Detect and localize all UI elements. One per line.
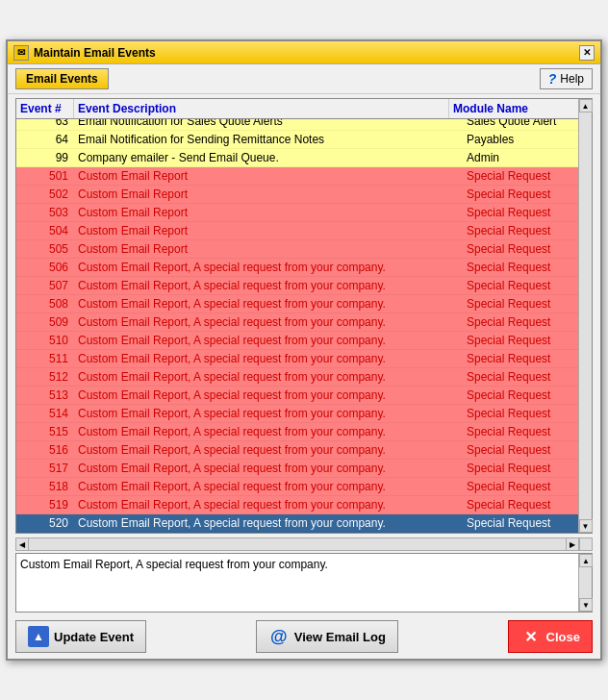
description-area: Custom Email Report, A special request f… <box>15 553 593 612</box>
cell-module: Payables <box>463 131 578 149</box>
cell-module: Admin <box>463 149 578 167</box>
view-email-log-button[interactable]: @ View Email Log <box>256 620 398 653</box>
table-row[interactable]: 63 Email Notification for Sales Quote Al… <box>16 119 578 131</box>
email-events-tab[interactable]: Email Events <box>15 68 109 89</box>
table-body[interactable]: 60 Email Copy of Material PO Receiver Re… <box>16 119 578 533</box>
title-bar: ✉ Maintain Email Events ✕ <box>8 41 600 64</box>
main-window: ✉ Maintain Email Events ✕ Email Events ?… <box>6 39 602 661</box>
table-row[interactable]: 64 Email Notification for Sending Remitt… <box>16 131 578 149</box>
table-row[interactable]: 99 Company emailer - Send Email Queue. A… <box>16 149 578 167</box>
table-row[interactable]: 512 Custom Email Report, A special reque… <box>16 368 578 387</box>
table-row[interactable]: 518 Custom Email Report, A special reque… <box>16 478 578 496</box>
bottom-bar: ▲ Update Event @ View Email Log ✕ Close <box>8 614 600 659</box>
table-row[interactable]: 511 Custom Email Report, A special reque… <box>16 350 578 368</box>
cell-module: Special Request <box>463 259 578 277</box>
table-row[interactable]: 517 Custom Email Report, A special reque… <box>16 460 578 478</box>
scroll-track[interactable] <box>579 112 592 519</box>
window-icon: ✉ <box>13 45 29 61</box>
close-label: Close <box>546 630 580 644</box>
cell-module: Sales Quote Alert <box>463 119 578 131</box>
col-module-name: Module Name <box>449 99 565 118</box>
horiz-track[interactable] <box>29 538 566 551</box>
cell-module: Special Request <box>463 222 578 240</box>
table-row-selected[interactable]: 520 Custom Email Report, A special reque… <box>16 514 578 533</box>
cell-event-num: 505 <box>16 240 74 259</box>
table-row[interactable]: 508 Custom Email Report, A special reque… <box>16 295 578 313</box>
close-icon: ✕ <box>520 626 542 647</box>
cell-event-num: 507 <box>16 277 74 295</box>
help-button[interactable]: ? Help <box>540 68 593 89</box>
cell-module: Special Request <box>463 186 578 204</box>
table-row[interactable]: 506 Custom Email Report, A special reque… <box>16 259 578 277</box>
help-icon: ? <box>548 71 557 87</box>
cell-module: Special Request <box>463 313 578 332</box>
cell-description: Custom Email Report <box>74 167 463 186</box>
cell-description: Email Notification for Sending Remittanc… <box>74 131 463 149</box>
cell-event-num: 504 <box>16 222 74 240</box>
cell-description: Custom Email Report, A special request f… <box>74 460 463 478</box>
table-row[interactable]: 501 Custom Email Report Special Request <box>16 167 578 186</box>
close-button[interactable]: ✕ Close <box>508 620 593 653</box>
title-bar-left: ✉ Maintain Email Events <box>13 45 156 61</box>
desc-scroll-down[interactable]: ▼ <box>579 598 593 612</box>
events-table-container: Event # Event Description Module Name 60… <box>15 98 593 534</box>
cell-module: Special Request <box>463 332 578 350</box>
cell-description: Email Notification for Sales Quote Alert… <box>74 119 463 131</box>
table-row[interactable]: 503 Custom Email Report Special Request <box>16 204 578 222</box>
table-row[interactable]: 519 Custom Email Report, A special reque… <box>16 496 578 514</box>
cell-event-num: 517 <box>16 460 74 478</box>
table-row[interactable]: 509 Custom Email Report, A special reque… <box>16 313 578 332</box>
cell-description: Custom Email Report, A special request f… <box>74 478 463 496</box>
cell-event-num: 513 <box>16 387 74 405</box>
cell-module: Special Request <box>463 277 578 295</box>
cell-event-num: 516 <box>16 441 74 460</box>
cell-description: Custom Email Report, A special request f… <box>74 496 463 514</box>
cell-description: Custom Email Report <box>74 204 463 222</box>
cell-module: Special Request <box>463 460 578 478</box>
table-row[interactable]: 510 Custom Email Report, A special reque… <box>16 332 578 350</box>
table-row[interactable]: 515 Custom Email Report, A special reque… <box>16 423 578 441</box>
toolbar: Email Events ? Help <box>8 64 600 94</box>
cell-module: Special Request <box>463 496 578 514</box>
table-row[interactable]: 504 Custom Email Report Special Request <box>16 222 578 240</box>
cell-module: Special Request <box>463 368 578 387</box>
horizontal-scrollbar[interactable]: ◀ ▶ <box>15 538 593 551</box>
scroll-up-arrow[interactable]: ▲ <box>579 99 593 112</box>
vertical-scrollbar[interactable]: ▲ ▼ <box>578 99 592 533</box>
update-event-label: Update Event <box>54 630 134 644</box>
window-close-button[interactable]: ✕ <box>579 45 595 61</box>
cell-description: Custom Email Report <box>74 240 463 259</box>
cell-description: Custom Email Report, A special request f… <box>74 441 463 460</box>
view-email-log-icon: @ <box>268 626 290 647</box>
cell-event-num: 518 <box>16 478 74 496</box>
cell-event-num: 512 <box>16 368 74 387</box>
cell-event-num: 64 <box>16 131 74 149</box>
table-row[interactable]: 514 Custom Email Report, A special reque… <box>16 405 578 423</box>
table-row[interactable]: 502 Custom Email Report Special Request <box>16 186 578 204</box>
desc-scroll-track[interactable] <box>579 567 592 598</box>
table-row[interactable]: 513 Custom Email Report, A special reque… <box>16 387 578 405</box>
cell-event-num: 511 <box>16 350 74 368</box>
table-row[interactable]: 507 Custom Email Report, A special reque… <box>16 277 578 295</box>
cell-description: Custom Email Report, A special request f… <box>74 259 463 277</box>
cell-module: Special Request <box>463 441 578 460</box>
scroll-right-arrow[interactable]: ▶ <box>566 538 579 551</box>
table-row[interactable]: 505 Custom Email Report Special Request <box>16 240 578 259</box>
cell-module: Special Request <box>463 240 578 259</box>
desc-scrollbar[interactable]: ▲ ▼ <box>578 554 592 612</box>
cell-description: Custom Email Report, A special request f… <box>74 387 463 405</box>
col-event-desc: Event Description <box>74 99 449 118</box>
cell-event-num: 515 <box>16 423 74 441</box>
cell-event-num: 520 <box>16 514 74 533</box>
cell-event-num: 510 <box>16 332 74 350</box>
update-event-button[interactable]: ▲ Update Event <box>15 620 146 653</box>
cell-description: Custom Email Report, A special request f… <box>74 295 463 313</box>
desc-scroll-up[interactable]: ▲ <box>579 554 593 567</box>
scroll-left-arrow[interactable]: ◀ <box>15 538 29 551</box>
scroll-down-arrow[interactable]: ▼ <box>579 519 593 533</box>
cell-description: Custom Email Report <box>74 222 463 240</box>
cell-event-num: 519 <box>16 496 74 514</box>
cell-description: Custom Email Report, A special request f… <box>74 368 463 387</box>
cell-event-num: 99 <box>16 149 74 167</box>
table-row[interactable]: 516 Custom Email Report, A special reque… <box>16 441 578 460</box>
